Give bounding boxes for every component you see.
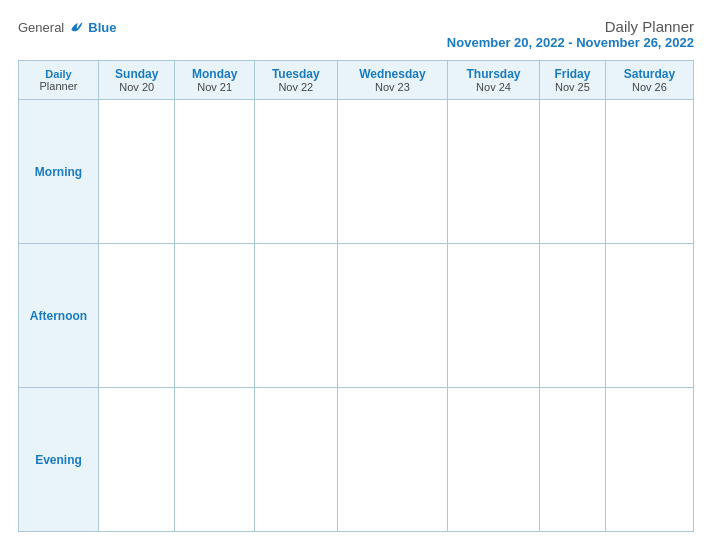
col-sat-date: Nov 26	[610, 81, 689, 93]
col-mon-date: Nov 21	[179, 81, 249, 93]
evening-sun[interactable]	[99, 388, 175, 532]
evening-mon[interactable]	[175, 388, 254, 532]
morning-sat[interactable]	[605, 100, 693, 244]
header-row: Daily Planner Sunday Nov 20 Monday Nov 2…	[19, 61, 694, 100]
afternoon-thu[interactable]	[448, 244, 540, 388]
morning-thu[interactable]	[448, 100, 540, 244]
col-header-thu: Thursday Nov 24	[448, 61, 540, 100]
morning-label: Morning	[19, 100, 99, 244]
col-sun-date: Nov 20	[103, 81, 170, 93]
col-header-sat: Saturday Nov 26	[605, 61, 693, 100]
col-thu-date: Nov 24	[452, 81, 535, 93]
logo-bird-icon	[68, 18, 86, 36]
afternoon-tue[interactable]	[254, 244, 337, 388]
col-header-mon: Monday Nov 21	[175, 61, 254, 100]
morning-mon[interactable]	[175, 100, 254, 244]
morning-row: Morning	[19, 100, 694, 244]
afternoon-label: Afternoon	[19, 244, 99, 388]
col-mon-day: Monday	[179, 67, 249, 81]
col-label-day: Daily	[23, 68, 94, 80]
col-header-label: Daily Planner	[19, 61, 99, 100]
col-tue-date: Nov 22	[259, 81, 333, 93]
header: General Blue Daily Planner November 20, …	[18, 18, 694, 50]
page-title: Daily Planner	[447, 18, 694, 35]
evening-thu[interactable]	[448, 388, 540, 532]
morning-fri[interactable]	[540, 100, 606, 244]
page: General Blue Daily Planner November 20, …	[0, 0, 712, 550]
afternoon-row: Afternoon	[19, 244, 694, 388]
col-header-tue: Tuesday Nov 22	[254, 61, 337, 100]
afternoon-mon[interactable]	[175, 244, 254, 388]
afternoon-wed[interactable]	[337, 244, 447, 388]
col-tue-day: Tuesday	[259, 67, 333, 81]
col-wed-date: Nov 23	[342, 81, 443, 93]
afternoon-sun[interactable]	[99, 244, 175, 388]
morning-tue[interactable]	[254, 100, 337, 244]
col-header-wed: Wednesday Nov 23	[337, 61, 447, 100]
logo: General Blue	[18, 18, 116, 36]
afternoon-sat[interactable]	[605, 244, 693, 388]
evening-label: Evening	[19, 388, 99, 532]
col-sun-day: Sunday	[103, 67, 170, 81]
col-wed-day: Wednesday	[342, 67, 443, 81]
morning-sun[interactable]	[99, 100, 175, 244]
title-area: Daily Planner November 20, 2022 - Novemb…	[447, 18, 694, 50]
col-label-sub: Planner	[23, 80, 94, 92]
evening-row: Evening	[19, 388, 694, 532]
afternoon-fri[interactable]	[540, 244, 606, 388]
col-fri-date: Nov 25	[544, 81, 601, 93]
logo-general-text: General	[18, 20, 64, 35]
calendar-table: Daily Planner Sunday Nov 20 Monday Nov 2…	[18, 60, 694, 532]
logo-blue-text: Blue	[88, 20, 116, 35]
col-thu-day: Thursday	[452, 67, 535, 81]
evening-wed[interactable]	[337, 388, 447, 532]
col-header-fri: Friday Nov 25	[540, 61, 606, 100]
col-fri-day: Friday	[544, 67, 601, 81]
date-range: November 20, 2022 - November 26, 2022	[447, 35, 694, 50]
logo-area: General Blue	[18, 18, 116, 36]
col-sat-day: Saturday	[610, 67, 689, 81]
evening-fri[interactable]	[540, 388, 606, 532]
evening-tue[interactable]	[254, 388, 337, 532]
morning-wed[interactable]	[337, 100, 447, 244]
evening-sat[interactable]	[605, 388, 693, 532]
col-header-sun: Sunday Nov 20	[99, 61, 175, 100]
